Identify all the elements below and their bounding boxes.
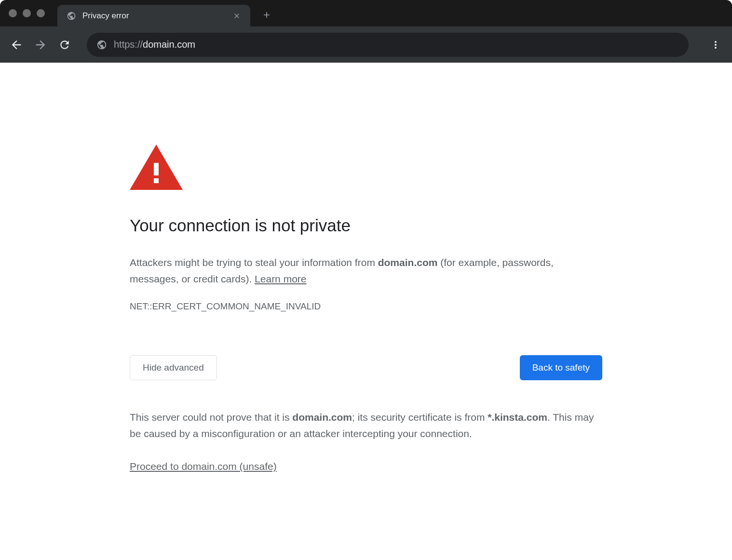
new-tab-button[interactable] [262, 9, 271, 23]
proceed-unsafe-link[interactable]: Proceed to domain.com (unsafe) [130, 461, 277, 472]
svg-rect-2 [154, 178, 159, 183]
svg-rect-1 [154, 163, 159, 175]
error-body: Attackers might be trying to steal your … [130, 254, 602, 287]
address-bar[interactable]: https://domain.com [87, 33, 689, 57]
globe-icon [96, 40, 107, 50]
close-tab-icon[interactable] [232, 11, 242, 21]
title-bar: Privacy error [0, 0, 732, 27]
browser-chrome: Privacy error https://domain.com [0, 0, 732, 63]
url-text: https://domain.com [114, 39, 195, 50]
reload-button[interactable] [57, 37, 72, 53]
warning-triangle-icon [130, 145, 602, 192]
advanced-mid: ; its security certificate is from [352, 412, 488, 423]
menu-button[interactable] [708, 37, 723, 53]
forward-button[interactable] [33, 37, 48, 53]
url-host: domain.com [143, 39, 195, 50]
window-controls [9, 9, 45, 17]
button-row: Hide advanced Back to safety [130, 355, 602, 380]
maximize-window-button[interactable] [37, 9, 45, 17]
back-button[interactable] [9, 37, 24, 53]
advanced-cert: *.kinsta.com [488, 412, 547, 423]
page-content: Your connection is not private Attackers… [0, 63, 732, 472]
ssl-interstitial: Your connection is not private Attackers… [130, 145, 602, 472]
globe-icon [66, 11, 77, 21]
body-prefix: Attackers might be trying to steal your … [130, 257, 378, 268]
close-window-button[interactable] [9, 9, 17, 17]
back-to-safety-button[interactable]: Back to safety [520, 355, 602, 380]
advanced-details: This server could not prove that it is d… [130, 409, 602, 441]
advanced-prefix: This server could not prove that it is [130, 412, 292, 423]
toolbar: https://domain.com [0, 27, 732, 63]
url-scheme: https:// [114, 39, 143, 50]
hide-advanced-button[interactable]: Hide advanced [130, 355, 217, 380]
error-code: NET::ERR_CERT_COMMON_NAME_INVALID [130, 301, 602, 312]
browser-tab[interactable]: Privacy error [57, 5, 250, 27]
body-domain: domain.com [378, 257, 438, 268]
advanced-domain: domain.com [292, 412, 352, 423]
minimize-window-button[interactable] [23, 9, 31, 17]
tab-title: Privacy error [82, 11, 226, 21]
error-headline: Your connection is not private [130, 216, 602, 235]
learn-more-link[interactable]: Learn more [255, 273, 306, 284]
